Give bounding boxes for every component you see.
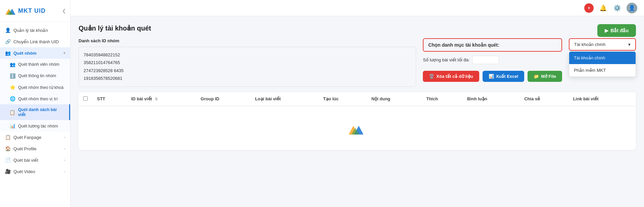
max-posts-input[interactable] bbox=[472, 56, 499, 64]
col-group-id: Group ID bbox=[196, 92, 250, 106]
sidebar-label-quet-thong-tin-nhom: Quét thông tin nhóm bbox=[18, 73, 56, 78]
page-title: Quản lý tài khoản quét bbox=[79, 24, 636, 32]
avatar[interactable]: 👤 bbox=[627, 3, 637, 13]
col-id-bai-viet: ID bài viết ⇅ bbox=[127, 92, 196, 106]
chevron-right-icon-3: › bbox=[64, 158, 65, 162]
sidebar-item-chuyen-link-uid[interactable]: 🔗 Chuyển Link thành UID bbox=[0, 36, 70, 47]
play-icon: ▶ bbox=[605, 28, 608, 33]
dropdown-option-tai-khoan-chinh[interactable]: Tài khoản chính bbox=[569, 52, 636, 64]
chevron-right-icon: › bbox=[64, 135, 65, 139]
sidebar-item-quet-tuong-tac-nhom[interactable]: 📊 Quét tương tác nhóm bbox=[0, 120, 70, 132]
controls-row: Danh sách ID nhóm 784035948822152 358211… bbox=[79, 38, 636, 87]
group-ids-section: Danh sách ID nhóm 784035948822152 358211… bbox=[79, 38, 416, 87]
data-table: STT ID bài viết ⇅ Group ID Loại bài viết… bbox=[79, 92, 636, 106]
profile-icon: 🏠 bbox=[5, 146, 11, 151]
chevron-down-icon: ▾ bbox=[63, 51, 65, 55]
group-id-line-2: 358211014764765 bbox=[84, 59, 411, 66]
col-loai-bai-viet: Loại bài viết bbox=[250, 92, 318, 106]
sidebar-item-quet-danh-sach-bai-viet[interactable]: 📋 Quét danh sách bài viết bbox=[0, 104, 70, 120]
account-dropdown[interactable]: Tài khoản chính ▾ bbox=[569, 38, 636, 51]
dropdown-option-phan-mem-mkt[interactable]: Phần mềm MKT bbox=[569, 64, 636, 76]
col-chia-se: Chia sẻ bbox=[519, 92, 568, 106]
sidebar-item-quet-nhom[interactable]: 👥 Quét nhóm ▾ bbox=[0, 47, 70, 59]
members-icon: 👥 bbox=[9, 62, 15, 67]
sort-icon-id-bai-viet[interactable]: ⇅ bbox=[155, 97, 158, 101]
sidebar-label-quet-tuong-tac-nhom: Quét tương tác nhóm bbox=[18, 123, 58, 128]
topbar: + 🔔 ⚙️ 👤 bbox=[70, 0, 644, 16]
sidebar-item-quet-thanh-vien-nhom[interactable]: 👥 Quét thành viên nhóm bbox=[0, 59, 70, 70]
right-panel: Chọn danh mục tài khoản quét: Số lượng b… bbox=[423, 38, 562, 82]
section-label: Danh sách ID nhóm bbox=[79, 38, 416, 43]
account-dropdown-wrapper: Tài khoản chính ▾ Tài khoản chính Phần m… bbox=[569, 38, 636, 51]
logo-area: MKT UID bbox=[4, 5, 46, 17]
checkbox-header bbox=[79, 92, 92, 106]
group-id-line-3: 274723928528 6435 bbox=[84, 67, 411, 74]
group-ids-box[interactable]: 784035948822152 358211014764765 27472392… bbox=[79, 47, 416, 87]
collapse-button[interactable]: ❮ bbox=[62, 8, 66, 13]
plus-badge-button[interactable]: + bbox=[584, 3, 594, 13]
notification-bell-icon[interactable]: 🔔 bbox=[598, 3, 608, 13]
sidebar-label-quet-bai-viet: Quét bài viết bbox=[13, 158, 38, 163]
col-stt: STT bbox=[92, 92, 127, 106]
excel-icon: 📊 bbox=[489, 74, 494, 79]
sidebar-label-quet-video: Quét Video bbox=[13, 169, 35, 174]
select-category-label: Chọn danh mục tài khoản quét: bbox=[423, 38, 562, 52]
sidebar-label-quet-fanpage: Quét Fanpage bbox=[13, 135, 41, 140]
start-button[interactable]: ▶ Bắt đầu bbox=[597, 24, 636, 37]
sidebar-label-quet-nhom: Quét nhóm bbox=[13, 51, 37, 56]
col-tao-luc: Tạo lúc bbox=[318, 92, 367, 106]
data-table-wrapper: STT ID bài viết ⇅ Group ID Loại bài viết… bbox=[79, 92, 636, 150]
sidebar-label-quet-nhom-tu-khoa: Quét nhóm theo từ khoá bbox=[18, 85, 63, 90]
user-icon: 👤 bbox=[5, 28, 11, 33]
page-content: Quản lý tài khoản quét ▶ Bắt đầu Danh sá… bbox=[70, 16, 644, 207]
empty-state bbox=[79, 106, 636, 150]
sidebar-label-quet-danh-sach-bai-viet: Quét danh sách bài viết bbox=[18, 107, 64, 117]
sidebar-item-quet-nhom-vi-tri[interactable]: 🌐 Quét nhóm theo vị trí bbox=[0, 93, 70, 104]
empty-logo-icon bbox=[347, 120, 367, 137]
star-icon: ⭐ bbox=[9, 85, 15, 90]
group-icon: 👥 bbox=[5, 50, 11, 56]
sidebar-item-quet-nhom-tu-khoa[interactable]: ⭐ Quét nhóm theo từ khoá bbox=[0, 82, 70, 93]
action-buttons: 🗑️ Xóa tất cả dữ liệu 📊 Xuất Excel 📁 Mở … bbox=[423, 71, 562, 82]
dropdown-value: Tài khoản chính bbox=[574, 42, 605, 47]
sidebar-label-quet-nhom-vi-tri: Quét nhóm theo vị trí bbox=[18, 96, 58, 101]
col-noi-dung: Nội dung bbox=[367, 92, 422, 106]
file-icon: 📁 bbox=[534, 74, 539, 79]
quet-nhom-submenu: 👥 Quét thành viên nhóm ℹ️ Quét thông tin… bbox=[0, 59, 70, 132]
open-file-button[interactable]: 📁 Mở File bbox=[528, 71, 562, 82]
link-icon: 🔗 bbox=[5, 39, 11, 44]
sidebar-item-quet-bai-viet[interactable]: 📄 Quét bài viết › bbox=[0, 154, 70, 166]
info-icon: ℹ️ bbox=[9, 73, 15, 79]
delete-all-button[interactable]: 🗑️ Xóa tất cả dữ liệu bbox=[423, 71, 479, 82]
post-icon: 📄 bbox=[5, 157, 11, 163]
fanpage-icon: 📋 bbox=[5, 135, 11, 140]
sidebar-item-quet-thong-tin-nhom[interactable]: ℹ️ Quét thông tin nhóm bbox=[0, 70, 70, 82]
sidebar-label-chuyen-link-uid: Chuyển Link thành UID bbox=[13, 39, 59, 44]
export-excel-button[interactable]: 📊 Xuất Excel bbox=[483, 71, 525, 82]
sidebar-item-quan-ly-tai-khoan[interactable]: 👤 Quản lý tài khoản bbox=[0, 24, 70, 36]
select-all-checkbox[interactable] bbox=[83, 96, 88, 101]
settings-icon[interactable]: ⚙️ bbox=[612, 3, 622, 13]
globe-icon: 🌐 bbox=[9, 96, 15, 101]
trash-icon: 🗑️ bbox=[429, 74, 434, 79]
video-icon: 🎥 bbox=[5, 169, 11, 174]
sidebar-item-quet-fanpage[interactable]: 📋 Quét Fanpage › bbox=[0, 132, 70, 143]
group-id-line-1: 784035948822152 bbox=[84, 51, 411, 59]
sidebar-item-quet-video[interactable]: 🎥 Quét Video › bbox=[0, 166, 70, 177]
chevron-right-icon-4: › bbox=[64, 169, 65, 173]
sidebar-navigation: 👤 Quản lý tài khoản 🔗 Chuyển Link thành … bbox=[0, 22, 70, 207]
logo-text: MKT UID bbox=[18, 7, 46, 14]
max-posts-label: Số lượng bài viết tối đa: bbox=[423, 57, 469, 62]
sidebar: MKT UID ❮ 👤 Quản lý tài khoản 🔗 Chuyển L… bbox=[0, 0, 70, 207]
chevron-right-icon-2: › bbox=[64, 147, 65, 151]
sidebar-label-quet-thanh-vien-nhom: Quét thành viên nhóm bbox=[18, 62, 59, 67]
logo-icon bbox=[4, 5, 16, 17]
group-id-line-4: 1918356578520681 bbox=[84, 74, 411, 82]
col-link-bai-viet: Link bài viết bbox=[568, 92, 636, 106]
col-binh-luan: Bình luận bbox=[462, 92, 520, 106]
sidebar-label-quet-profile: Quét Profile bbox=[13, 146, 37, 151]
sidebar-item-quet-profile[interactable]: 🏠 Quét Profile › bbox=[0, 143, 70, 154]
chart-icon: 📊 bbox=[9, 123, 15, 128]
table-header-row: STT ID bài viết ⇅ Group ID Loại bài viết… bbox=[79, 92, 636, 106]
dropdown-menu: Tài khoản chính Phần mềm MKT bbox=[569, 51, 636, 77]
